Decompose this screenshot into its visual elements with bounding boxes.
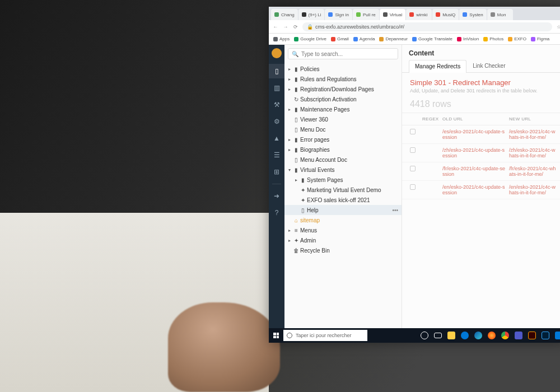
tree-node[interactable]: ▸ ▮ Registration/Download Pages (284, 84, 402, 94)
tree-node[interactable]: ▯ Help ••• (284, 205, 402, 215)
bookmark-item[interactable]: Depanneur (379, 36, 408, 41)
back-icon[interactable]: ← (272, 24, 279, 30)
rail-media-icon[interactable]: ▥ (269, 81, 284, 95)
tree-node[interactable]: ▸ ▮ Biographies (284, 144, 402, 155)
rail-members-icon[interactable]: ☰ (269, 148, 284, 162)
tree-node[interactable]: ▸ ≡ Menus (284, 225, 402, 235)
old-url-cell[interactable]: /es/esko-2021/c4c-update-session (442, 129, 506, 140)
task-cortana-icon[interactable] (418, 328, 431, 343)
expand-icon[interactable]: ▸ (287, 77, 292, 82)
rail-settings-icon[interactable]: ⚒ (269, 97, 284, 112)
tree-node[interactable]: ✦ EXFO sales kick-off 2021 (284, 195, 402, 205)
tree-node[interactable]: ▸ ▮ Rules and Regulations (284, 74, 402, 84)
tree-node[interactable]: ▸ ▮ Maintenance Pages (284, 104, 402, 114)
tree-node[interactable]: ▸ ✦ Admin (284, 235, 402, 245)
expand-icon[interactable]: ▸ (287, 137, 292, 142)
browser-tab[interactable]: Sign in (325, 9, 352, 20)
rail-user-icon[interactable]: ▲ (269, 131, 284, 146)
row-checkbox[interactable] (410, 129, 416, 134)
task-ps-icon[interactable] (539, 328, 552, 343)
reload-icon[interactable]: ⟳ (292, 24, 299, 30)
browser-tab[interactable]: Systen (459, 9, 486, 20)
star-icon[interactable]: ☆ (556, 24, 560, 30)
tree-search-input[interactable] (301, 51, 394, 57)
browser-tab[interactable]: Mon (487, 9, 513, 20)
task-edge2-icon[interactable] (472, 328, 485, 343)
tree-node[interactable]: ✦ Marketing Virtual Event Demo (284, 185, 402, 195)
bookmark-item[interactable]: Figma (531, 36, 549, 41)
tree-node[interactable]: 🗑 Recycle Bin (284, 245, 402, 255)
new-url-cell[interactable]: /es/esko-2021/c4c-whats-in-it-for-me/ (509, 129, 558, 140)
rail-help-icon[interactable]: ? (269, 206, 284, 220)
expand-icon[interactable]: ▸ (287, 228, 292, 233)
tree-node[interactable]: ▸ ▮ Error pages (284, 134, 402, 144)
folder-icon: ▮ (299, 177, 307, 183)
browser-tab[interactable]: Virtual (380, 9, 406, 20)
task-vscode-icon[interactable] (552, 328, 560, 343)
task-teams-icon[interactable] (512, 328, 525, 343)
bookmark-item[interactable]: EXFO (508, 36, 526, 41)
bookmark-item[interactable]: Google Translate (412, 36, 452, 41)
tree-node-label: Error pages (300, 137, 399, 143)
url-field[interactable]: 🔒 cms-exfo.azurewebsites.net/umbraco/#/ (302, 22, 552, 31)
bookmark-label: Gmail (337, 36, 349, 41)
new-url-cell[interactable]: /fr/esko-2021/c4c-whats-in-it-for-me/ (509, 166, 558, 177)
tree-node[interactable]: ↻ Subscription Activation (284, 94, 402, 104)
old-url-cell[interactable]: /en/esko-2021/c4c-update-session (442, 184, 506, 195)
task-taskview-icon[interactable] (431, 328, 445, 343)
old-url-cell[interactable]: /fr/esko-2021/c4c-update-session (442, 166, 506, 177)
tree-node[interactable]: ▯ Menu Account Doc (284, 155, 402, 165)
rail-gear-icon[interactable]: ⚙ (269, 114, 284, 129)
start-button[interactable] (269, 328, 283, 343)
tree-node-label: Biographies (300, 147, 399, 153)
rail-content-icon[interactable]: ▯ (269, 64, 284, 78)
new-url-cell[interactable]: /zh/esko-2021/c4c-whats-in-it-for-me/ (509, 147, 558, 158)
bookmark-item[interactable]: Agenda (353, 36, 375, 41)
tree-node[interactable]: ▸ ▮ System Pages (284, 175, 402, 185)
more-icon[interactable]: ••• (391, 207, 399, 213)
bookmark-item[interactable]: Google Drive (294, 36, 326, 41)
task-ai-icon[interactable] (525, 328, 539, 343)
app-logo[interactable] (272, 48, 282, 58)
bookmark-item[interactable]: Gmail (331, 36, 349, 41)
expand-icon[interactable]: ▾ (287, 167, 292, 172)
expand-icon[interactable]: ▸ (287, 238, 292, 243)
content-tab[interactable]: Manage Redirects (409, 60, 466, 73)
task-explorer-icon[interactable] (445, 328, 458, 343)
new-url-cell[interactable]: /en/esko-2021/c4c-whats-in-it-for-me/ (509, 184, 558, 195)
browser-tab[interactable]: Chang (271, 9, 298, 20)
bookmark-item[interactable]: InVision (457, 36, 479, 41)
tree-node[interactable]: ▯ Menu Doc (284, 124, 402, 134)
task-edge-icon[interactable] (458, 328, 472, 343)
expand-icon[interactable]: ▸ (287, 87, 292, 92)
old-url-cell[interactable]: /zh/esko-2021/c4c-update-session (442, 147, 506, 158)
bookmark-item[interactable]: Photos (483, 36, 503, 41)
expand-icon[interactable]: ▸ (293, 178, 299, 183)
col-new-url[interactable]: NEW URL (509, 116, 558, 122)
browser-tab[interactable]: wimki (406, 9, 432, 20)
tree-node[interactable]: ▯ Viewer 360 (284, 114, 402, 124)
task-firefox-icon[interactable] (485, 328, 498, 343)
bookmark-item[interactable]: Apps (273, 36, 290, 41)
col-old-url[interactable]: OLD URL (442, 116, 506, 122)
tree-node[interactable]: ▸ ▮ Policies (284, 64, 402, 74)
browser-tab[interactable]: MusiQ (432, 9, 459, 20)
row-checkbox[interactable] (410, 184, 416, 190)
rail-search-icon[interactable]: ➜ (269, 189, 284, 203)
row-checkbox[interactable] (410, 147, 416, 153)
tab-label: Pull re (363, 12, 376, 17)
taskbar-search[interactable]: Taper ici pour rechercher (283, 330, 367, 341)
rail-translation-icon[interactable]: ⊞ (269, 165, 284, 179)
task-chrome-icon[interactable] (498, 328, 512, 343)
expand-icon[interactable]: ▸ (287, 147, 292, 152)
expand-icon[interactable]: ▸ (287, 67, 292, 72)
content-tab[interactable]: Link Checker (466, 59, 511, 72)
row-checkbox[interactable] (410, 166, 416, 171)
expand-icon[interactable]: ▸ (287, 107, 292, 112)
tree-node[interactable]: ▾ ▮ Virtual Events (284, 165, 402, 175)
tree-search[interactable]: 🔍 (288, 48, 398, 59)
browser-tab[interactable]: (9+) Li (298, 9, 325, 20)
browser-tab[interactable]: Pull re (353, 9, 379, 20)
tree-node[interactable]: ⌂ sitemap (284, 215, 402, 225)
forward-icon[interactable]: → (282, 24, 289, 30)
